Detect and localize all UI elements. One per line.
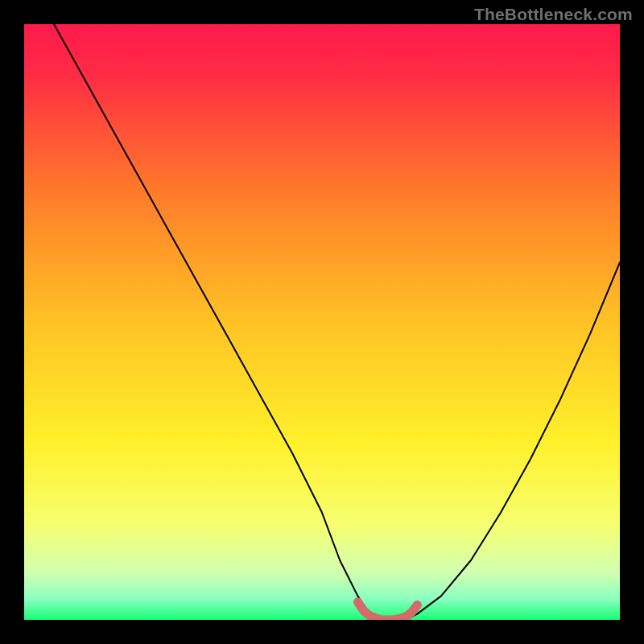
chart-frame: TheBottleneck.com	[0, 0, 644, 644]
curve-layer	[24, 24, 620, 620]
optimal-range-path	[357, 602, 417, 620]
plot-area	[24, 24, 620, 620]
bottleneck-curve-path	[54, 24, 620, 620]
watermark-text: TheBottleneck.com	[474, 5, 633, 24]
